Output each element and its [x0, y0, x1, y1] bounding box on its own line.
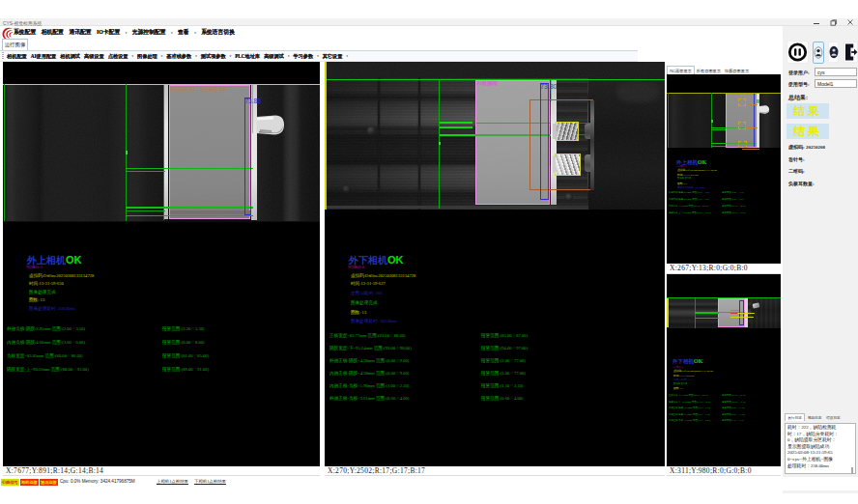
vcode-row: 虚拟码: 20250208: [788, 144, 825, 150]
left-camera-panel[interactable]: 固定阈值:93，动态阈值:100 73.88 外上相机OK NG统计:1 虚拟码…: [3, 62, 320, 466]
tab-contour-images[interactable]: 轮廓存图显示: [723, 67, 751, 74]
left-meas-alarm: 报警范围:(89.00 ~ 91.00): [162, 367, 209, 372]
toolbar-dropdown-icon: ▾: [230, 54, 232, 58]
exit-button[interactable]: [844, 42, 858, 63]
user-button[interactable]: [828, 42, 840, 63]
result-ok: OK: [698, 159, 706, 165]
user-in-ellipse-icon: [814, 42, 823, 63]
close-button[interactable]: [845, 19, 855, 26]
ng-mark-label: [742, 149, 759, 150]
left-meas-row: 负极宽度=83.05mm 范围:(80.00 ~ 86.00): [7, 353, 83, 358]
tab-error-log[interactable]: 错误日志: [824, 414, 843, 421]
toolbar-item-4[interactable]: 点检设置: [108, 53, 129, 60]
preview2-meas: 报警范围:(2.00 ~ 77.00): [722, 413, 745, 416]
status-bar: 心跳信号 相机连接 通讯连接 Cpu: 0.0% Memory: 3424.41…: [0, 477, 858, 490]
exit-door-icon: [844, 42, 858, 62]
center-ng-text: NG统计:0: [348, 265, 364, 269]
preview-panel-lower[interactable]: 外下相机OK NG统计:0 虚拟码:Offline202502081331347…: [667, 274, 781, 466]
center-time-text: 时间:13-31-59-627: [351, 281, 386, 286]
menu-item-0[interactable]: 系统配置: [14, 28, 36, 37]
preview2-coordinate-bar: X:311;Y:980;R:0;G:0;B:0: [667, 466, 781, 476]
toolbar-dropdown-icon: ▾: [288, 54, 290, 58]
menu-items: 系统配置相机配置通讯配置IO卡配置▾光源控制配置▾查看▾系统语言切换: [14, 28, 235, 37]
toolbar-item-3[interactable]: 高级设置: [84, 53, 104, 60]
toolbar-item-6[interactable]: 基准线参数: [166, 53, 191, 60]
preview2-title: 外下相机OK: [672, 358, 702, 365]
tab-all-images[interactable]: 所有存图显示: [695, 67, 723, 74]
toolbar-item-5[interactable]: 图像处理: [137, 53, 157, 60]
menu-item-4[interactable]: 光源控制配置: [132, 28, 166, 37]
left-meas-row: 内侧负极-隔膜:4.60mm 范围:(3.00 ~ 6.00): [7, 340, 85, 345]
user-switch-button[interactable]: [813, 42, 824, 64]
preview1-turns: 圈数: 13: [677, 182, 687, 185]
tab-run-image[interactable]: 运行图像: [2, 39, 28, 50]
preview2-meas: 报警范围:(94.00 ~ 97.00): [722, 401, 746, 404]
tab-alarm-log[interactable]: 视觉日志: [805, 414, 823, 421]
menu-item-2[interactable]: 通讯配置: [69, 28, 91, 37]
toolbar-item-0[interactable]: 相机配置: [7, 53, 27, 60]
preview2-meas: 正极宽度=83.77mm 范围:(82.00 ~ 88.00): [669, 394, 708, 397]
center-meas-alarm: 报警范围:(2.00 ~ 77.00): [481, 358, 526, 363]
result-box-lower: 结果: [786, 124, 829, 139]
preview1-done: 图像处理完成: [677, 177, 691, 180]
left-meas-row: 外侧负极-隔膜:2.95mm 范围:(2.00 ~ 3.50): [7, 326, 85, 331]
app-window: CYS-视觉检测系统 系统配置相机配置通讯配置IO卡配置▾光源控制配置▾查看▾系…: [0, 0, 858, 504]
left-camera-image: 固定阈值:93，动态阈值:100 73.88: [3, 62, 320, 222]
noise-overlay: [3, 84, 320, 222]
center-elapsed-text: 图像处理耗时: 183.00ms: [351, 319, 397, 323]
menu-item-1[interactable]: 相机配置: [42, 28, 64, 37]
log-tabs: 执行日志 视觉日志 错误日志: [785, 413, 843, 421]
toolbar-item-9[interactable]: 高级调试: [264, 53, 284, 60]
noise-overlay: [667, 93, 781, 148]
log-scrollbar[interactable]: [851, 467, 853, 474]
upper-camera-check-link[interactable]: 上相机1点检结果: [157, 479, 188, 484]
model-input[interactable]: Model1: [815, 79, 857, 88]
preview2-meas: 内侧正极-负极=1.90mm 范围:(1.00 ~ 2.20): [669, 419, 710, 422]
center-done-text: 图像处理完成: [351, 300, 378, 305]
log-line: 0，缺陷提取分区耗时：: [787, 437, 853, 444]
toolbar-item-1[interactable]: AI使用配置: [31, 53, 57, 60]
pause-button[interactable]: [786, 41, 809, 64]
toolbar-dropdown-icon: ▾: [346, 54, 348, 58]
preview-panel-upper[interactable]: 外上相机OK NG统计:1 虚拟码:Offline202502081331347…: [667, 74, 781, 264]
camera-name: 外下相机: [672, 358, 694, 364]
preview2-time: 时间:13-31-59-627: [673, 374, 695, 378]
toolbar-item-7[interactable]: 测试项参数: [201, 53, 226, 60]
preview1-code: 虚拟码:Offline20250208133134728: [677, 168, 717, 172]
toolbar-item-10[interactable]: 学习参数: [293, 53, 313, 60]
heartbeat-status-chip: 心跳信号: [1, 479, 19, 486]
left-time-text: 时间:13-31-59-650: [29, 281, 64, 286]
preview1-meas: 报警范围:(89.00 ~ 91.00): [722, 211, 746, 214]
center-meas-alarm: 报警范围:(2.00 ~ 77.00): [481, 371, 526, 376]
center-meas-row: 隔膜宽度-下=95.24mm 范围:(93.00 ~ 98.00): [329, 346, 412, 350]
left-meas-alarm: 报警范围:(2.20 ~ 3.30): [162, 326, 205, 331]
center-meas-row: 内侧正极-隔膜=4.38mm 范围:(0.00 ~ 9.00): [329, 371, 409, 376]
pin-label: 卷针号:: [788, 156, 805, 162]
login-input[interactable]: cys: [815, 68, 857, 76]
menu-item-5[interactable]: 查看: [178, 28, 189, 37]
noise-overlay: [325, 62, 665, 210]
menu-item-3[interactable]: IO卡配置: [97, 28, 120, 37]
toolbar-item-2[interactable]: 相机调试: [60, 53, 80, 60]
center-meas-alarm: 报警范围:(83.00 ~ 87.00): [481, 333, 528, 338]
toolbar-dropdown-icon: ▾: [132, 54, 134, 58]
toolbar-item-8[interactable]: PLC地址库: [235, 53, 260, 60]
preview2-ai: 使用AI耗时: 166: [673, 378, 693, 381]
preview2-meas: 报警范围:(1.10 ~ 2.10): [722, 419, 744, 422]
toolbar-grip: [2, 52, 4, 60]
lower-camera-check-link[interactable]: 下相机1点检结果: [194, 479, 226, 484]
close-icon: [845, 19, 855, 26]
tab-ng-display[interactable]: NG画面显示: [667, 66, 695, 74]
preview1-meas: 报警范围:(0.00 ~ 8.00): [722, 198, 744, 201]
log-box[interactable]: 耗时：222，缺陷检测耗 时：17，缺陷分类耗时： 0，缺陷提取分区耗时： 显示…: [785, 423, 856, 474]
menu-item-6[interactable]: 系统语言切换: [201, 28, 235, 37]
center-camera-panel[interactable]: AI检测框 73.80 外下相机OK NG统计:0 虚拟码:Offline202…: [325, 62, 665, 466]
vcode-value: 20250208: [806, 145, 825, 150]
minimize-button[interactable]: [812, 19, 821, 26]
log-line: 显示图提取缺陷成功: [787, 444, 853, 451]
toolbar-item-11[interactable]: 其它设置: [323, 53, 343, 60]
log-line: 处理耗时：258.00ms: [787, 463, 853, 470]
maximize-button[interactable]: [829, 19, 839, 26]
tab-exec-log[interactable]: 执行日志: [785, 413, 805, 421]
center-turns-text: 圈数: 13: [351, 310, 366, 315]
